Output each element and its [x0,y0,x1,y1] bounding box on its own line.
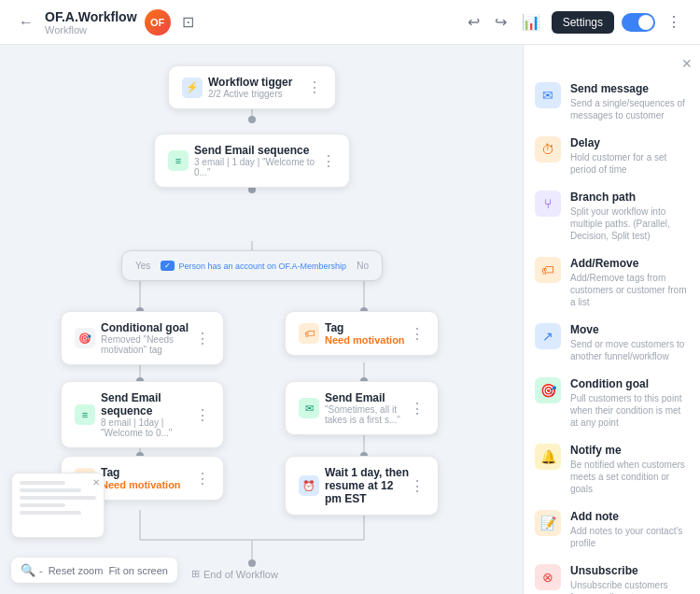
branch-node: Yes ✓ Person has an account on OF.A-Memb… [121,250,383,281]
send-email-subtitle: "Sometimes, all it takes is a first s...… [325,404,410,425]
panel-title-add-note: Add note [570,510,689,523]
wait-title: Wait 1 day, then resume at 12 pm EST [325,466,410,505]
settings-button[interactable]: Settings [552,11,614,34]
panel-close-button[interactable]: ✕ [681,56,693,71]
panel-desc-move: Send or move customers to another funnel… [570,338,689,362]
panel-text-add-note: Add note Add notes to your contact's pro… [570,510,689,549]
settings-toggle[interactable] [622,13,655,32]
email-seq-1-menu[interactable]: ⋮ [321,152,336,170]
tag-2-menu[interactable]: ⋮ [195,470,210,488]
conditional-goal-title: Conditional goal [101,321,195,334]
panel-item-branch-path[interactable]: ⑂ Branch path Split your workflow into m… [524,183,700,249]
panel-item-move[interactable]: ↗ Move Send or move customers to another… [524,316,700,370]
panel-text-branch-path: Branch path Split your workflow into mul… [570,191,689,242]
panel-text-condition-goal: Condition goal Pull customers to this po… [570,377,689,429]
tag-2-title: Tag [101,466,181,479]
avatar: OF [145,9,171,35]
reset-zoom-button[interactable]: Reset zoom [49,565,104,576]
branch-condition: Person has an account on OF.A-Membership [178,262,346,271]
panel-desc-notify-me: Be notified when customers meets a set c… [570,459,689,495]
panel-icon-condition-goal: 🎯 [535,377,561,403]
panel-icon-add-remove: 🏷 [535,257,561,283]
zoom-out-button[interactable]: 🔍- [21,563,43,577]
svg-point-23 [248,559,256,567]
tag-2-subtitle: Need motivation [101,479,181,490]
tag-1-title: Tag [325,321,405,334]
conditional-goal-node: 🎯 Conditional goal Removed "Needs motiva… [61,311,224,365]
panel-item-unsubscribe[interactable]: ⊗ Unsubscribe Unsubscribe customers from… [524,557,700,594]
mini-preview-close[interactable]: ✕ [92,477,100,488]
panel-title-send-message: Send message [570,82,689,95]
panel-icon-send-message: ✉ [535,82,561,108]
email-seq-2-subtitle: 8 email | 1day | "Welcome to 0..." [101,417,195,438]
panel-text-send-message: Send message Send a single/sequences of … [570,82,689,121]
panel-title-unsubscribe: Unsubscribe [570,564,689,577]
panel-icon-delay: ⏱ [535,136,561,163]
panel-desc-branch-path: Split your workflow into multiple paths.… [570,205,689,242]
email-seq-2-node: ≡ Send Email sequence 8 email | 1day | "… [61,381,224,448]
panel-item-add-remove[interactable]: 🏷 Add/Remove Add/Remove tags from custom… [524,249,700,316]
panel-item-notify-me[interactable]: 🔔 Notify me Be notified when customers m… [524,436,700,502]
header-right: ↩ ↪ 📊 Settings ⋮ [464,9,685,35]
email-seq-2-menu[interactable]: ⋮ [195,406,210,424]
panel-text-notify-me: Notify me Be notified when customers mee… [570,444,689,495]
conditional-goal-menu[interactable]: ⋮ [195,330,210,347]
panel-title-branch-path: Branch path [570,191,689,204]
tag-1-node: 🏷 Tag Need motivation ⋮ [285,311,439,356]
title-group: OF.A.Workflow Workflow [45,9,137,35]
panel-item-send-message[interactable]: ✉ Send message Send a single/sequences o… [524,75,700,129]
email-seq-1-subtitle: 3 email | 1 day | "Welcome to 0..." [194,157,321,177]
send-email-menu[interactable]: ⋮ [410,400,425,417]
share-button[interactable]: ⊡ [178,9,198,35]
email-seq-2-title: Send Email sequence [101,391,195,417]
workflow-title: OF.A.Workflow [45,9,137,24]
trigger-icon: ⚡ [182,78,203,98]
fit-screen-button[interactable]: Fit on screen [108,565,168,576]
header-left: ← OF.A.Workflow Workflow OF ⊡ [15,9,198,35]
workflow-canvas[interactable]: ⚡ Workflow tigger 2/2 Active triggers ⋮ … [0,45,523,594]
panel-desc-add-note: Add notes to your contact's profile [570,525,689,549]
panel-title-condition-goal: Condition goal [570,377,689,390]
panel-icon-notify-me: 🔔 [535,444,561,470]
trigger-subtitle: 2/2 Active triggers [208,89,292,99]
email-seq-1-node: ≡ Send Email sequence 3 email | 1 day | … [154,134,350,188]
panel-text-unsubscribe: Unsubscribe Unsubscribe customers from e… [570,564,689,594]
tag-1-icon: 🏷 [299,323,319,344]
send-email-title: Send Email [325,391,410,404]
trigger-title: Workflow tigger [208,76,292,89]
right-panel: ✕ ✉ Send message Send a single/sequences… [523,45,700,594]
tag-1-menu[interactable]: ⋮ [410,325,425,343]
conditional-goal-icon: 🎯 [75,328,95,348]
main-content: ⚡ Workflow tigger 2/2 Active triggers ⋮ … [0,45,700,594]
panel-icon-branch-path: ⑂ [535,191,561,217]
stats-button[interactable]: 📊 [518,9,544,35]
redo-button[interactable]: ↪ [491,9,511,35]
mini-preview: ✕ [11,473,105,538]
panel-title-move: Move [570,323,689,336]
panel-title-delay: Delay [570,136,689,149]
panel-title-add-remove: Add/Remove [570,257,689,270]
panel-item-add-note[interactable]: 📝 Add note Add notes to your contact's p… [524,502,700,557]
undo-button[interactable]: ↩ [464,9,483,35]
workflow-subtitle: Workflow [45,24,137,35]
email-seq-1-title: Send Email sequence [194,144,321,157]
panel-desc-unsubscribe: Unsubscribe customers from email post [570,579,689,594]
panel-item-condition-goal[interactable]: 🎯 Condition goal Pull customers to this … [524,370,700,436]
panel-icon-move: ↗ [535,323,561,349]
back-button[interactable]: ← [15,10,37,35]
more-button[interactable]: ⋮ [663,9,685,35]
trigger-menu[interactable]: ⋮ [307,78,322,96]
trigger-node: ⚡ Workflow tigger 2/2 Active triggers ⋮ [168,65,336,109]
panel-desc-delay: Hold customer for a set period of time [570,151,689,176]
panel-title-notify-me: Notify me [570,444,689,457]
wait-menu[interactable]: ⋮ [410,477,425,495]
end-label: ⊞ End of Workflow [191,568,278,580]
panel-text-move: Move Send or move customers to another f… [570,323,689,362]
send-email-icon: ✉ [299,398,319,418]
branch-condition-icon: ✓ [161,261,175,271]
conditional-goal-subtitle: Removed "Needs motivation" tag [101,334,195,355]
panel-desc-send-message: Send a single/sequences of messages to c… [570,97,689,121]
branch-yes-label: Yes [135,261,150,271]
wait-icon: ⏰ [299,475,319,496]
panel-item-delay[interactable]: ⏱ Delay Hold customer for a set period o… [524,129,700,183]
